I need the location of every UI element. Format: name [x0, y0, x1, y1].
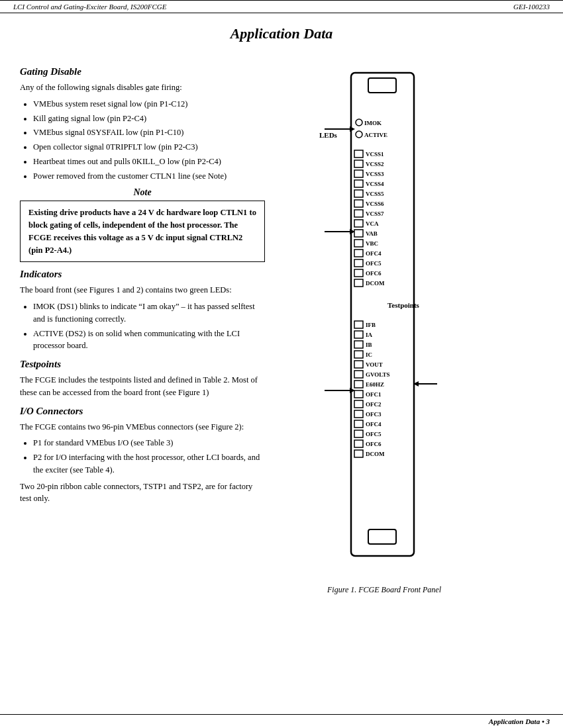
svg-text:OFC5: OFC5 — [366, 431, 382, 437]
svg-text:VCA: VCA — [366, 220, 379, 227]
note-box: Existing drive products have a 24 V dc h… — [20, 201, 265, 262]
svg-rect-0 — [351, 73, 414, 556]
bullet-item: Kill gating signal low (pin P2-C4) — [33, 113, 265, 125]
svg-rect-35 — [354, 269, 363, 277]
bullet-item: IMOK (DS1) blinks to indicate “I am okay… — [33, 300, 265, 326]
footer-text: Application Data • 3 — [489, 717, 550, 725]
svg-rect-17 — [354, 180, 363, 187]
svg-rect-29 — [354, 240, 363, 247]
svg-rect-63 — [354, 420, 363, 428]
svg-text:OFC3: OFC3 — [366, 411, 382, 418]
page-header: LCI Control and Gating-Exciter Board, IS… — [0, 0, 563, 13]
svg-text:VCSS5: VCSS5 — [366, 191, 384, 197]
svg-text:ACTIVE: ACTIVE — [364, 132, 387, 138]
page-footer: Application Data • 3 — [0, 714, 563, 728]
bullet-item: ACTIVE (DS2) is on solid when communicat… — [33, 328, 265, 353]
svg-text:VCSS7: VCSS7 — [366, 210, 384, 217]
bullet-item: VMEbus system reset signal low (pin P1-C… — [33, 98, 265, 111]
io-connectors-body2: Two 20-pin ribbon cable connectors, TSTP… — [20, 480, 265, 506]
svg-text:VCSS1: VCSS1 — [366, 151, 384, 158]
right-column: LEDs IMOK ACTIVE VCSS1 VCSS2 V — [278, 60, 477, 595]
svg-text:VOUT: VOUT — [366, 361, 383, 368]
svg-rect-27 — [354, 230, 363, 237]
svg-rect-55 — [354, 381, 363, 388]
svg-text:IFB: IFB — [366, 322, 376, 328]
svg-text:VCSS3: VCSS3 — [366, 171, 384, 177]
svg-rect-47 — [354, 341, 363, 348]
svg-text:IC: IC — [366, 351, 372, 358]
gating-disable-bullets: VMEbus system reset signal low (pin P1-C… — [33, 98, 265, 183]
bullet-item: Open collector signal 0TRIPFLT low (pin … — [33, 141, 265, 154]
svg-rect-43 — [354, 321, 363, 328]
gating-disable-intro: Any of the following signals disables ga… — [20, 81, 265, 94]
svg-text:VCSS2: VCSS2 — [366, 161, 384, 167]
testpoints-body: The FCGE includes the testpoints listed … — [20, 374, 265, 399]
section-io-connectors: I/O Connectors The FCGE contains two 96-… — [20, 406, 265, 506]
svg-text:OFC1: OFC1 — [366, 391, 382, 398]
svg-rect-33 — [354, 259, 363, 267]
svg-text:IB: IB — [366, 341, 372, 348]
svg-rect-1 — [368, 78, 396, 93]
svg-rect-65 — [354, 430, 363, 437]
section-testpoints: Testpoints The FCGE includes the testpoi… — [20, 359, 265, 399]
svg-rect-23 — [354, 210, 363, 217]
svg-text:OFC6: OFC6 — [366, 441, 382, 447]
section-gating-disable: Gating Disable Any of the following sign… — [20, 66, 265, 262]
board-diagram: LEDs IMOK ACTIVE VCSS1 VCSS2 V — [318, 66, 450, 595]
bullet-item: Heartbeat times out and pulls 0KILL_O lo… — [33, 156, 265, 168]
svg-rect-49 — [354, 351, 363, 358]
svg-rect-73 — [368, 529, 396, 544]
svg-text:OFC6: OFC6 — [366, 270, 382, 277]
svg-text:Testpoints: Testpoints — [387, 301, 420, 309]
svg-text:OFC4: OFC4 — [366, 250, 382, 257]
indicators-bullets: IMOK (DS1) blinks to indicate “I am okay… — [33, 300, 265, 352]
page-title: Application Data — [20, 19, 543, 42]
bullet-item: P1 for standard VMEbus I/O (see Table 3) — [33, 437, 265, 449]
svg-rect-19 — [354, 190, 363, 197]
svg-rect-21 — [354, 200, 363, 207]
board-svg: LEDs IMOK ACTIVE VCSS1 VCSS2 V — [318, 66, 444, 576]
left-column: Gating Disable Any of the following sign… — [20, 60, 278, 595]
svg-text:VCSS6: VCSS6 — [366, 201, 384, 207]
io-connectors-intro: The FCGE contains two 96-pin VMEbus conn… — [20, 421, 265, 433]
svg-rect-57 — [354, 390, 363, 398]
svg-rect-31 — [354, 250, 363, 257]
svg-rect-53 — [354, 371, 363, 378]
svg-rect-67 — [354, 440, 363, 447]
svg-text:OFC5: OFC5 — [366, 260, 382, 267]
io-connectors-heading: I/O Connectors — [20, 406, 265, 417]
svg-rect-61 — [354, 410, 363, 418]
header-left: LCI Control and Gating-Exciter Board, IS… — [13, 3, 166, 11]
svg-rect-59 — [354, 400, 363, 408]
svg-point-7 — [356, 131, 362, 138]
svg-text:IA: IA — [366, 332, 373, 338]
svg-rect-13 — [354, 160, 363, 167]
svg-point-5 — [356, 119, 362, 126]
figure-caption: Figure 1. FCGE Board Front Panel — [318, 585, 450, 595]
svg-rect-51 — [354, 361, 363, 368]
svg-text:OFC4: OFC4 — [366, 421, 382, 428]
svg-text:VBC: VBC — [366, 240, 378, 247]
svg-rect-37 — [354, 279, 363, 287]
svg-rect-45 — [354, 331, 363, 338]
svg-rect-15 — [354, 170, 363, 177]
gating-disable-heading: Gating Disable — [20, 66, 265, 77]
note-title: Note — [20, 187, 265, 198]
svg-text:GVOLTS: GVOLTS — [366, 371, 390, 378]
svg-rect-25 — [354, 220, 363, 227]
svg-rect-69 — [354, 450, 363, 457]
svg-rect-11 — [354, 150, 363, 158]
testpoints-heading: Testpoints — [20, 359, 265, 370]
header-right: GEI-100233 — [513, 3, 550, 11]
svg-text:DCOM: DCOM — [366, 280, 385, 287]
svg-text:VCSS4: VCSS4 — [366, 181, 384, 187]
indicators-intro: The board front (see Figures 1 and 2) co… — [20, 284, 265, 296]
svg-text:DCOM: DCOM — [366, 451, 385, 457]
indicators-heading: Indicators — [20, 269, 265, 280]
svg-text:E60HZ: E60HZ — [366, 381, 384, 388]
svg-text:IMOK: IMOK — [364, 120, 382, 126]
svg-text:LEDs: LEDs — [319, 131, 338, 139]
io-connectors-bullets: P1 for standard VMEbus I/O (see Table 3)… — [33, 437, 265, 476]
bullet-item: P2 for I/O interfacing with the host pro… — [33, 451, 265, 477]
svg-text:VAB: VAB — [366, 230, 378, 237]
